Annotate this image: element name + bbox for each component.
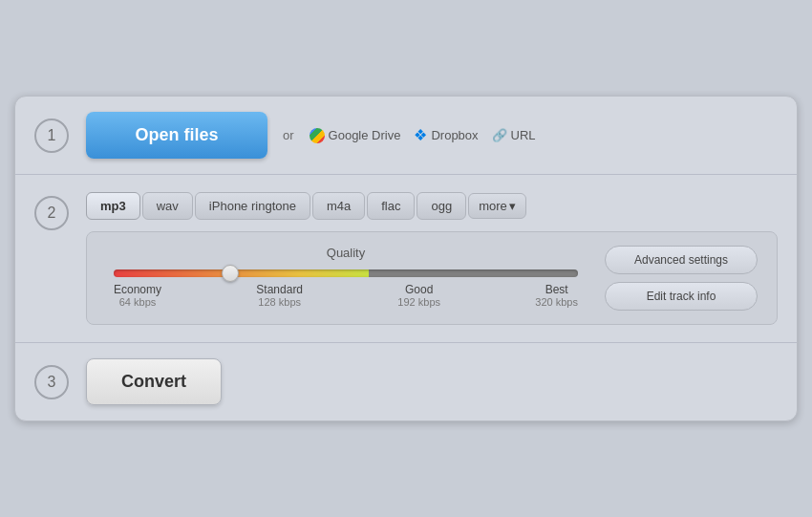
- label-best: Best 320 kbps: [535, 283, 578, 308]
- tab-iphone-ringtone[interactable]: iPhone ringtone: [195, 192, 310, 220]
- dropbox-label: Dropbox: [431, 128, 478, 142]
- chevron-down-icon: ▾: [509, 199, 516, 213]
- label-standard: Standard 128 kbps: [256, 283, 303, 308]
- slider-labels: Economy 64 kbps Standard 128 kbps Good 1…: [114, 283, 578, 308]
- step3-number: 3: [34, 365, 69, 399]
- dropbox-link[interactable]: ❖ Dropbox: [414, 126, 478, 144]
- slider-track: [114, 269, 578, 277]
- quality-slider-container: Economy 64 kbps Standard 128 kbps Good 1…: [106, 269, 586, 308]
- cloud-links: Google Drive ❖ Dropbox 🔗 URL: [310, 126, 536, 144]
- step3-content: Convert: [86, 358, 778, 405]
- tab-mp3[interactable]: mp3: [86, 192, 140, 220]
- tab-ogg[interactable]: ogg: [417, 192, 466, 220]
- economy-name: Economy: [114, 283, 161, 296]
- tab-m4a[interactable]: m4a: [312, 192, 365, 220]
- label-good: Good 192 kbps: [397, 283, 440, 308]
- google-drive-icon: [310, 128, 325, 143]
- tab-flac[interactable]: flac: [367, 192, 415, 220]
- edit-track-info-button[interactable]: Edit track info: [605, 282, 758, 311]
- url-label: URL: [511, 128, 536, 142]
- advanced-settings-button[interactable]: Advanced settings: [605, 246, 758, 274]
- step1-number: 1: [34, 118, 69, 153]
- best-kbps: 320 kbps: [535, 296, 578, 308]
- economy-kbps: 64 kbps: [114, 296, 161, 308]
- open-files-button[interactable]: Open files: [86, 112, 267, 159]
- step2-row: 2 mp3 wav iPhone ringtone m4a flac ogg m…: [15, 175, 797, 343]
- format-tabs: mp3 wav iPhone ringtone m4a flac ogg mor…: [86, 192, 778, 220]
- convert-button[interactable]: Convert: [86, 358, 222, 405]
- more-label: more: [479, 199, 507, 213]
- more-dropdown[interactable]: more ▾: [468, 193, 526, 219]
- standard-name: Standard: [256, 283, 303, 296]
- best-name: Best: [535, 283, 578, 296]
- google-drive-link[interactable]: Google Drive: [310, 128, 401, 143]
- good-kbps: 192 kbps: [397, 296, 440, 308]
- main-container: 1 Open files or Google Drive ❖ Dropbox 🔗…: [14, 96, 798, 421]
- good-name: Good: [397, 283, 440, 296]
- standard-kbps: 128 kbps: [256, 296, 303, 308]
- step1-row: 1 Open files or Google Drive ❖ Dropbox 🔗…: [15, 97, 797, 175]
- quality-left: Quality Economy 64 kbps Standard: [106, 246, 586, 308]
- url-icon: 🔗: [492, 128, 507, 142]
- dropbox-icon: ❖: [414, 126, 427, 144]
- quality-right: Advanced settings Edit track info: [605, 246, 758, 311]
- step2-content: mp3 wav iPhone ringtone m4a flac ogg mor…: [86, 192, 778, 325]
- google-drive-label: Google Drive: [329, 128, 401, 142]
- url-link[interactable]: 🔗 URL: [492, 128, 536, 142]
- or-text: or: [283, 128, 294, 142]
- quality-section: Quality Economy 64 kbps Standard: [86, 231, 778, 325]
- quality-title: Quality: [106, 246, 586, 260]
- tab-wav[interactable]: wav: [142, 192, 193, 220]
- step1-content: Open files or Google Drive ❖ Dropbox 🔗 U…: [86, 112, 536, 159]
- label-economy: Economy 64 kbps: [114, 283, 161, 308]
- step2-number: 2: [34, 196, 69, 230]
- step3-row: 3 Convert: [15, 343, 797, 420]
- slider-thumb[interactable]: [222, 265, 239, 282]
